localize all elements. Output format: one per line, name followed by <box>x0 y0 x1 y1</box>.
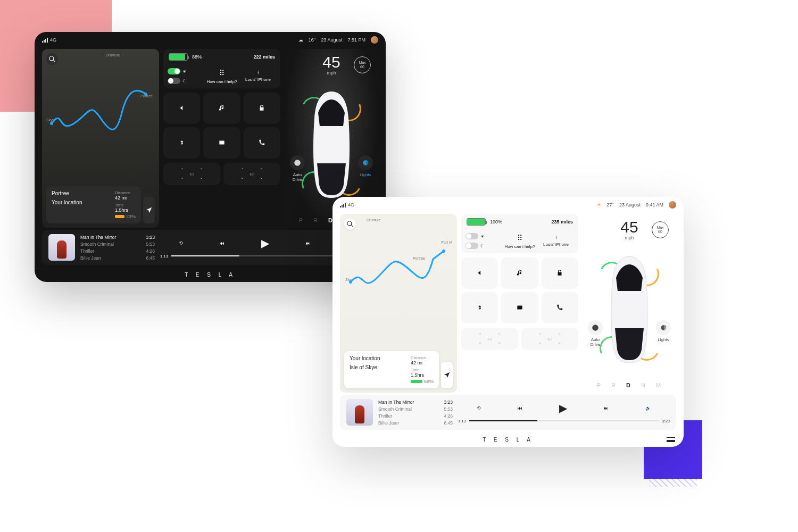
time-elapsed: 1:13 <box>160 254 168 259</box>
night-mode-toggle[interactable] <box>168 78 180 84</box>
seat-left-tile[interactable]: ⌃⌄ ▭ ⌃⌄ <box>461 328 518 350</box>
progress-bar[interactable] <box>469 420 659 421</box>
battery-card: 88% 222 miles ☀ ☾ ⠿ How can i help? ᚼ Lo… <box>163 49 280 88</box>
map-panel[interactable]: Drumuie Port H Portree Skye Your locatio… <box>340 214 457 393</box>
prev-button[interactable]: ⏮ <box>220 240 225 246</box>
chevron-down-icon[interactable]: ⌄ <box>180 176 184 180</box>
chevron-up-icon[interactable]: ⌃ <box>478 333 482 337</box>
chevron-down-icon[interactable]: ⌄ <box>200 176 203 180</box>
play-button[interactable]: ▶ <box>261 237 269 250</box>
map-panel[interactable]: Drumuie Portree Skye Portree Your locati… <box>42 49 159 228</box>
music-tile[interactable] <box>203 93 240 124</box>
play-button[interactable]: ▶ <box>559 402 567 414</box>
prev-button[interactable]: ⏮ <box>518 405 522 411</box>
track-list[interactable]: Man In The Mirror3:23 Smooth Criminal5:5… <box>80 235 155 261</box>
lock-tile[interactable] <box>542 257 578 289</box>
svg-point-7 <box>442 250 445 253</box>
nav-send-button[interactable] <box>441 362 453 388</box>
chevron-down-icon[interactable]: ⌄ <box>497 340 501 345</box>
chevron-down-icon[interactable]: ⌄ <box>538 340 542 345</box>
phone-icon <box>556 304 563 311</box>
phone-icon <box>258 139 265 146</box>
network-label: 4G <box>348 202 354 207</box>
chevron-down-icon[interactable]: ⌄ <box>558 340 561 345</box>
dest-from: Your location <box>52 200 107 205</box>
voice-assist-icon[interactable]: ⠿ <box>517 234 522 242</box>
steering-icon <box>294 159 301 167</box>
chevron-down-icon[interactable]: ⌄ <box>478 340 482 345</box>
chevron-up-icon[interactable]: ⌃ <box>200 168 203 172</box>
shuffle-button[interactable]: ⟲ <box>477 405 481 411</box>
auto-drive-button[interactable]: Auto Drive <box>586 320 605 347</box>
speed-value: 45 <box>322 54 340 70</box>
avatar[interactable] <box>371 36 378 44</box>
music-tile[interactable] <box>501 257 538 289</box>
battery-pct: 88% <box>192 54 202 60</box>
album-art[interactable] <box>48 234 75 261</box>
climate-tile[interactable] <box>461 292 498 323</box>
nav-icon <box>476 269 484 277</box>
shuffle-button[interactable]: ⟲ <box>179 240 183 246</box>
status-date: 23 August <box>619 202 641 207</box>
phone-tile[interactable] <box>542 292 578 323</box>
menu-button[interactable] <box>667 437 675 442</box>
chevron-down-icon[interactable]: ⌄ <box>260 176 263 180</box>
dest-name: Portree <box>52 190 107 196</box>
car-panel: 45 mph Max60 Auto Drive Lights PRDNM <box>583 214 676 393</box>
day-mode-toggle[interactable] <box>168 68 180 74</box>
phone-tile[interactable] <box>244 127 280 159</box>
voice-assist-icon[interactable]: ⠿ <box>219 69 225 77</box>
video-tile[interactable] <box>501 292 538 323</box>
seat-icon: ▭ <box>547 336 552 342</box>
nav-tile[interactable] <box>163 93 200 124</box>
album-art[interactable] <box>346 399 373 426</box>
lock-icon <box>258 104 265 112</box>
app-grid <box>163 93 280 159</box>
lights-button[interactable]: Lights <box>654 320 673 342</box>
nav-tile[interactable] <box>461 257 498 289</box>
video-tile[interactable] <box>203 127 240 159</box>
map-search-button[interactable] <box>46 53 58 65</box>
seat-left-tile[interactable]: ⌃⌄ ▭ ⌃⌄ <box>163 163 220 185</box>
destination-card[interactable]: Your location Isle of Skye Distance 42 m… <box>344 351 439 388</box>
lock-tile[interactable] <box>244 93 280 124</box>
bluetooth-icon[interactable]: ᚼ <box>555 235 558 240</box>
lights-label: Lights <box>654 337 673 342</box>
chevron-up-icon[interactable]: ⌃ <box>538 333 542 337</box>
weather-icon: ☁ <box>298 37 303 43</box>
chevron-up-icon[interactable]: ⌃ <box>180 168 184 172</box>
battery-card: 100% 235 miles ☀ ☾ ⠿ How can i help? ᚼ L… <box>461 214 578 253</box>
auto-drive-button[interactable]: Auto Drive <box>288 155 307 182</box>
map-search-button[interactable] <box>344 218 356 230</box>
music-player: Man In The Mirror3:23 Smooth Criminal5:5… <box>340 395 676 430</box>
status-time: 9:41 AM <box>646 202 663 207</box>
bluetooth-icon[interactable]: ᚼ <box>257 70 260 75</box>
gear-selector[interactable]: PRDNM <box>583 382 676 388</box>
night-mode-toggle[interactable] <box>466 243 478 249</box>
seat-right-tile[interactable]: ⌃⌄ ▭ ⌃⌄ <box>223 163 280 185</box>
chevron-down-icon[interactable]: ⌄ <box>240 176 244 180</box>
time-value: 1.5hrs <box>411 372 434 378</box>
chevron-up-icon[interactable]: ⌃ <box>497 333 501 337</box>
day-mode-toggle[interactable] <box>466 233 478 239</box>
lights-button[interactable]: Lights <box>356 155 375 177</box>
seat-right-tile[interactable]: ⌃⌄ ▭ ⌃⌄ <box>521 328 578 350</box>
dest-name: Isle of Skye <box>350 364 403 370</box>
music-icon <box>516 269 523 277</box>
voice-assist-label: How can i help? <box>207 79 237 84</box>
chevron-up-icon[interactable]: ⌃ <box>558 333 561 337</box>
nav-arrow-icon <box>145 206 153 214</box>
nav-send-button[interactable] <box>143 197 155 223</box>
next-button[interactable]: ⏭ <box>306 240 311 246</box>
speed-limit-badge: Max60 <box>652 221 669 238</box>
status-bar: 4G ☁ 16° 23 August 7:51 PM <box>35 32 386 45</box>
battery-icon <box>169 53 188 61</box>
destination-card[interactable]: Portree Your location Distance 42 mi Tim… <box>46 186 141 223</box>
chevron-up-icon[interactable]: ⌃ <box>260 168 263 172</box>
climate-tile[interactable] <box>163 127 200 159</box>
volume-button[interactable]: 🔈 <box>645 405 651 411</box>
chevron-up-icon[interactable]: ⌃ <box>240 168 244 172</box>
avatar[interactable] <box>669 201 676 209</box>
next-button[interactable]: ⏭ <box>604 405 609 411</box>
track-list[interactable]: Man In The Mirror3:23 Smooth Criminal5:5… <box>378 400 453 426</box>
